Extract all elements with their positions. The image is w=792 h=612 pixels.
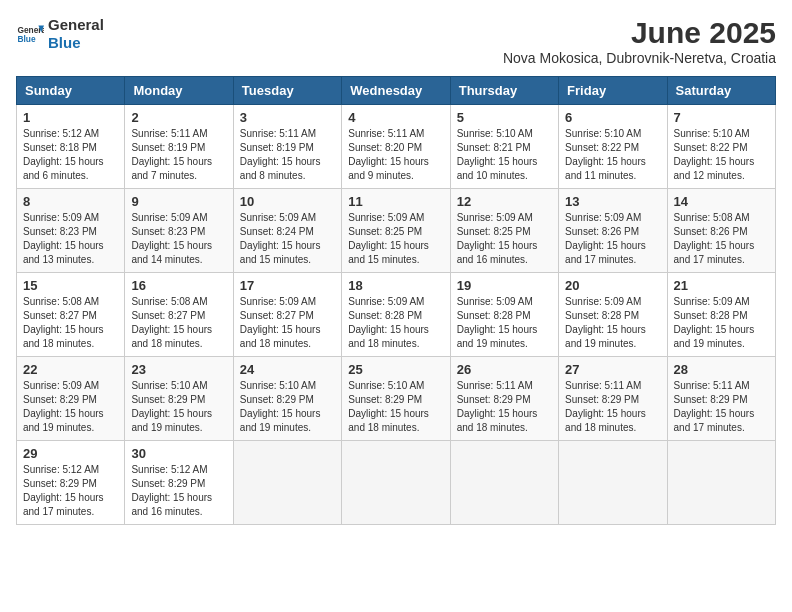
table-row: 20 Sunrise: 5:09 AMSunset: 8:28 PMDaylig… bbox=[559, 273, 667, 357]
table-row: 2 Sunrise: 5:11 AMSunset: 8:19 PMDayligh… bbox=[125, 105, 233, 189]
calendar-row: 8 Sunrise: 5:09 AMSunset: 8:23 PMDayligh… bbox=[17, 189, 776, 273]
day-number: 7 bbox=[674, 110, 769, 125]
day-info: Sunrise: 5:11 AMSunset: 8:29 PMDaylight:… bbox=[565, 379, 660, 435]
table-row bbox=[559, 441, 667, 525]
calendar-row: 15 Sunrise: 5:08 AMSunset: 8:27 PMDaylig… bbox=[17, 273, 776, 357]
day-number: 9 bbox=[131, 194, 226, 209]
calendar-row: 29 Sunrise: 5:12 AMSunset: 8:29 PMDaylig… bbox=[17, 441, 776, 525]
day-number: 18 bbox=[348, 278, 443, 293]
logo: General Blue General Blue bbox=[16, 16, 104, 52]
table-row bbox=[667, 441, 775, 525]
day-info: Sunrise: 5:09 AMSunset: 8:28 PMDaylight:… bbox=[457, 295, 552, 351]
day-info: Sunrise: 5:11 AMSunset: 8:19 PMDaylight:… bbox=[131, 127, 226, 183]
table-row: 7 Sunrise: 5:10 AMSunset: 8:22 PMDayligh… bbox=[667, 105, 775, 189]
table-row bbox=[342, 441, 450, 525]
table-row: 1 Sunrise: 5:12 AMSunset: 8:18 PMDayligh… bbox=[17, 105, 125, 189]
table-row: 4 Sunrise: 5:11 AMSunset: 8:20 PMDayligh… bbox=[342, 105, 450, 189]
col-monday: Monday bbox=[125, 77, 233, 105]
day-info: Sunrise: 5:08 AMSunset: 8:26 PMDaylight:… bbox=[674, 211, 769, 267]
day-info: Sunrise: 5:09 AMSunset: 8:23 PMDaylight:… bbox=[131, 211, 226, 267]
day-number: 30 bbox=[131, 446, 226, 461]
table-row: 15 Sunrise: 5:08 AMSunset: 8:27 PMDaylig… bbox=[17, 273, 125, 357]
day-number: 27 bbox=[565, 362, 660, 377]
table-row: 9 Sunrise: 5:09 AMSunset: 8:23 PMDayligh… bbox=[125, 189, 233, 273]
svg-text:Blue: Blue bbox=[17, 34, 35, 44]
table-row: 5 Sunrise: 5:10 AMSunset: 8:21 PMDayligh… bbox=[450, 105, 558, 189]
day-number: 14 bbox=[674, 194, 769, 209]
day-number: 12 bbox=[457, 194, 552, 209]
day-info: Sunrise: 5:12 AMSunset: 8:18 PMDaylight:… bbox=[23, 127, 118, 183]
day-number: 26 bbox=[457, 362, 552, 377]
day-number: 1 bbox=[23, 110, 118, 125]
day-number: 28 bbox=[674, 362, 769, 377]
day-number: 20 bbox=[565, 278, 660, 293]
month-title: June 2025 bbox=[503, 16, 776, 50]
day-number: 15 bbox=[23, 278, 118, 293]
day-info: Sunrise: 5:09 AMSunset: 8:27 PMDaylight:… bbox=[240, 295, 335, 351]
title-area: June 2025 Nova Mokosica, Dubrovnik-Neret… bbox=[503, 16, 776, 66]
day-info: Sunrise: 5:08 AMSunset: 8:27 PMDaylight:… bbox=[131, 295, 226, 351]
day-number: 23 bbox=[131, 362, 226, 377]
table-row: 23 Sunrise: 5:10 AMSunset: 8:29 PMDaylig… bbox=[125, 357, 233, 441]
col-thursday: Thursday bbox=[450, 77, 558, 105]
table-row: 18 Sunrise: 5:09 AMSunset: 8:28 PMDaylig… bbox=[342, 273, 450, 357]
day-number: 22 bbox=[23, 362, 118, 377]
table-row: 28 Sunrise: 5:11 AMSunset: 8:29 PMDaylig… bbox=[667, 357, 775, 441]
day-info: Sunrise: 5:09 AMSunset: 8:28 PMDaylight:… bbox=[565, 295, 660, 351]
calendar-table: Sunday Monday Tuesday Wednesday Thursday… bbox=[16, 76, 776, 525]
day-info: Sunrise: 5:09 AMSunset: 8:26 PMDaylight:… bbox=[565, 211, 660, 267]
day-info: Sunrise: 5:12 AMSunset: 8:29 PMDaylight:… bbox=[131, 463, 226, 519]
day-number: 17 bbox=[240, 278, 335, 293]
table-row bbox=[450, 441, 558, 525]
day-number: 5 bbox=[457, 110, 552, 125]
col-saturday: Saturday bbox=[667, 77, 775, 105]
table-row: 11 Sunrise: 5:09 AMSunset: 8:25 PMDaylig… bbox=[342, 189, 450, 273]
col-wednesday: Wednesday bbox=[342, 77, 450, 105]
table-row: 27 Sunrise: 5:11 AMSunset: 8:29 PMDaylig… bbox=[559, 357, 667, 441]
day-number: 8 bbox=[23, 194, 118, 209]
table-row: 17 Sunrise: 5:09 AMSunset: 8:27 PMDaylig… bbox=[233, 273, 341, 357]
col-friday: Friday bbox=[559, 77, 667, 105]
table-row: 13 Sunrise: 5:09 AMSunset: 8:26 PMDaylig… bbox=[559, 189, 667, 273]
table-row: 16 Sunrise: 5:08 AMSunset: 8:27 PMDaylig… bbox=[125, 273, 233, 357]
day-info: Sunrise: 5:10 AMSunset: 8:21 PMDaylight:… bbox=[457, 127, 552, 183]
logo-icon: General Blue bbox=[16, 20, 44, 48]
table-row: 6 Sunrise: 5:10 AMSunset: 8:22 PMDayligh… bbox=[559, 105, 667, 189]
day-number: 4 bbox=[348, 110, 443, 125]
day-info: Sunrise: 5:08 AMSunset: 8:27 PMDaylight:… bbox=[23, 295, 118, 351]
day-info: Sunrise: 5:11 AMSunset: 8:20 PMDaylight:… bbox=[348, 127, 443, 183]
calendar-header-row: Sunday Monday Tuesday Wednesday Thursday… bbox=[17, 77, 776, 105]
day-number: 13 bbox=[565, 194, 660, 209]
day-number: 24 bbox=[240, 362, 335, 377]
table-row bbox=[233, 441, 341, 525]
day-info: Sunrise: 5:10 AMSunset: 8:29 PMDaylight:… bbox=[131, 379, 226, 435]
day-number: 3 bbox=[240, 110, 335, 125]
day-info: Sunrise: 5:09 AMSunset: 8:28 PMDaylight:… bbox=[348, 295, 443, 351]
table-row: 24 Sunrise: 5:10 AMSunset: 8:29 PMDaylig… bbox=[233, 357, 341, 441]
day-number: 2 bbox=[131, 110, 226, 125]
table-row: 22 Sunrise: 5:09 AMSunset: 8:29 PMDaylig… bbox=[17, 357, 125, 441]
col-sunday: Sunday bbox=[17, 77, 125, 105]
day-info: Sunrise: 5:09 AMSunset: 8:29 PMDaylight:… bbox=[23, 379, 118, 435]
page-header: General Blue General Blue June 2025 Nova… bbox=[16, 16, 776, 66]
day-info: Sunrise: 5:09 AMSunset: 8:25 PMDaylight:… bbox=[348, 211, 443, 267]
day-info: Sunrise: 5:09 AMSunset: 8:24 PMDaylight:… bbox=[240, 211, 335, 267]
table-row: 21 Sunrise: 5:09 AMSunset: 8:28 PMDaylig… bbox=[667, 273, 775, 357]
day-info: Sunrise: 5:11 AMSunset: 8:29 PMDaylight:… bbox=[457, 379, 552, 435]
day-number: 11 bbox=[348, 194, 443, 209]
day-info: Sunrise: 5:12 AMSunset: 8:29 PMDaylight:… bbox=[23, 463, 118, 519]
day-number: 16 bbox=[131, 278, 226, 293]
calendar-row: 1 Sunrise: 5:12 AMSunset: 8:18 PMDayligh… bbox=[17, 105, 776, 189]
table-row: 25 Sunrise: 5:10 AMSunset: 8:29 PMDaylig… bbox=[342, 357, 450, 441]
day-number: 25 bbox=[348, 362, 443, 377]
location-title: Nova Mokosica, Dubrovnik-Neretva, Croati… bbox=[503, 50, 776, 66]
table-row: 26 Sunrise: 5:11 AMSunset: 8:29 PMDaylig… bbox=[450, 357, 558, 441]
table-row: 19 Sunrise: 5:09 AMSunset: 8:28 PMDaylig… bbox=[450, 273, 558, 357]
day-info: Sunrise: 5:10 AMSunset: 8:22 PMDaylight:… bbox=[565, 127, 660, 183]
table-row: 14 Sunrise: 5:08 AMSunset: 8:26 PMDaylig… bbox=[667, 189, 775, 273]
day-info: Sunrise: 5:10 AMSunset: 8:22 PMDaylight:… bbox=[674, 127, 769, 183]
day-info: Sunrise: 5:10 AMSunset: 8:29 PMDaylight:… bbox=[240, 379, 335, 435]
table-row: 12 Sunrise: 5:09 AMSunset: 8:25 PMDaylig… bbox=[450, 189, 558, 273]
day-info: Sunrise: 5:11 AMSunset: 8:19 PMDaylight:… bbox=[240, 127, 335, 183]
table-row: 29 Sunrise: 5:12 AMSunset: 8:29 PMDaylig… bbox=[17, 441, 125, 525]
